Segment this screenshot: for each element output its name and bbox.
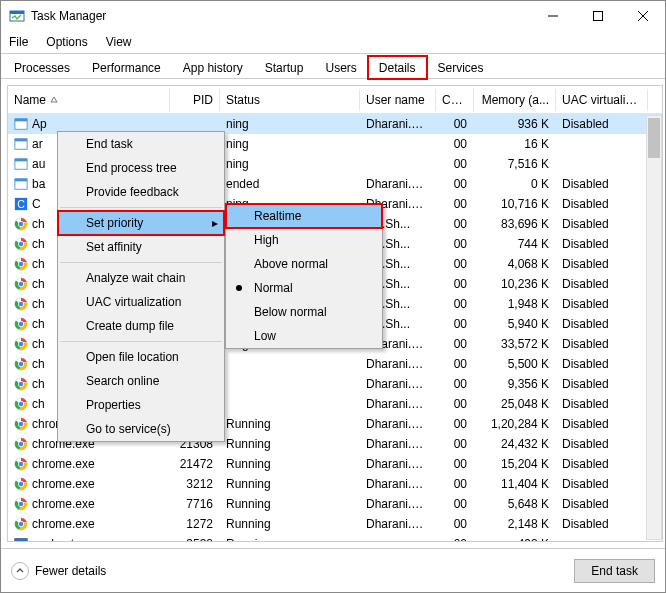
process-uac: Disabled xyxy=(556,333,648,355)
process-icon xyxy=(14,277,28,291)
menu-file[interactable]: File xyxy=(7,33,30,51)
process-user: Dharani.Sh... xyxy=(360,353,436,375)
process-name: conhost.exe xyxy=(32,537,97,541)
process-icon xyxy=(14,297,28,311)
process-cpu: 00 xyxy=(436,313,474,335)
process-status: Running xyxy=(220,413,360,435)
process-user: Dharani.Sh... xyxy=(360,413,436,435)
process-user: Dharani.Sh... xyxy=(360,114,436,135)
priority-below-normal[interactable]: Below normal xyxy=(226,300,382,324)
process-name: au xyxy=(32,157,45,171)
close-button[interactable] xyxy=(620,2,665,31)
process-memory: 83,696 K xyxy=(474,213,556,235)
tab-details[interactable]: Details xyxy=(368,56,427,79)
col-cpu[interactable]: CPU xyxy=(436,89,474,111)
minimize-button[interactable] xyxy=(530,2,575,31)
priority-above-normal[interactable]: Above normal xyxy=(226,252,382,276)
process-icon xyxy=(14,337,28,351)
tab-performance[interactable]: Performance xyxy=(81,56,172,79)
table-row[interactable]: conhost.exe3532Running00492 K xyxy=(8,534,662,541)
process-name: chrome.exe xyxy=(32,477,95,491)
process-icon xyxy=(14,377,28,391)
ctx-set-affinity[interactable]: Set affinity xyxy=(58,235,224,259)
ctx-dump[interactable]: Create dump file xyxy=(58,314,224,338)
svg-point-33 xyxy=(19,322,23,326)
end-task-button[interactable]: End task xyxy=(574,559,655,583)
ctx-set-priority[interactable]: Set priority ▸ xyxy=(58,211,224,235)
process-icon xyxy=(14,537,28,541)
process-memory: 10,716 K xyxy=(474,193,556,215)
process-cpu: 00 xyxy=(436,114,474,135)
svg-point-60 xyxy=(19,502,23,506)
process-memory: 5,940 K xyxy=(474,313,556,335)
ctx-analyze[interactable]: Analyze wait chain xyxy=(58,266,224,290)
tab-processes[interactable]: Processes xyxy=(3,56,81,79)
process-user: Dharani.Sh... xyxy=(360,493,436,515)
priority-high[interactable]: High xyxy=(226,228,382,252)
process-user xyxy=(360,160,436,168)
process-user: Dharani.Sh... xyxy=(360,513,436,535)
priority-low[interactable]: Low xyxy=(226,324,382,348)
checked-bullet-icon xyxy=(236,285,242,291)
tab-app-history[interactable]: App history xyxy=(172,56,254,79)
col-memory[interactable]: Memory (a... xyxy=(474,89,556,111)
chevron-up-icon xyxy=(11,562,29,580)
context-menu: End task End process tree Provide feedba… xyxy=(57,131,225,442)
process-cpu: 00 xyxy=(436,413,474,435)
tab-users[interactable]: Users xyxy=(314,56,367,79)
process-cpu: 00 xyxy=(436,173,474,195)
col-user[interactable]: User name xyxy=(360,89,436,111)
col-pid[interactable]: PID xyxy=(170,89,220,111)
vertical-scrollbar[interactable] xyxy=(646,115,662,540)
process-name: Ap xyxy=(32,117,47,131)
process-cpu: 00 xyxy=(436,453,474,475)
process-cpu: 00 xyxy=(436,473,474,495)
col-uac[interactable]: UAC virtualizat... xyxy=(556,89,648,111)
scroll-thumb[interactable] xyxy=(648,118,660,158)
maximize-button[interactable] xyxy=(575,2,620,31)
tab-startup[interactable]: Startup xyxy=(254,56,315,79)
process-name: ch xyxy=(32,297,45,311)
svg-point-39 xyxy=(19,362,23,366)
ctx-end-tree[interactable]: End process tree xyxy=(58,156,224,180)
menu-options[interactable]: Options xyxy=(44,33,89,51)
ctx-search-online[interactable]: Search online xyxy=(58,369,224,393)
ctx-feedback[interactable]: Provide feedback xyxy=(58,180,224,204)
fewer-details-button[interactable]: Fewer details xyxy=(11,562,574,580)
process-memory: 1,948 K xyxy=(474,293,556,315)
col-name[interactable]: Name xyxy=(8,89,170,111)
process-uac: Disabled xyxy=(556,253,648,275)
process-status: ended xyxy=(220,173,360,195)
process-uac xyxy=(556,160,648,168)
process-pid xyxy=(170,120,220,128)
ctx-open-location[interactable]: Open file location xyxy=(58,345,224,369)
ctx-uac[interactable]: UAC virtualization xyxy=(58,290,224,314)
ctx-properties[interactable]: Properties xyxy=(58,393,224,417)
table-row[interactable]: chrome.exe1272RunningDharani.Sh...002,14… xyxy=(8,514,662,534)
process-name: ch xyxy=(32,397,45,411)
col-status[interactable]: Status xyxy=(220,89,360,111)
process-cpu: 00 xyxy=(436,493,474,515)
ctx-goto-services[interactable]: Go to service(s) xyxy=(58,417,224,441)
menu-view[interactable]: View xyxy=(104,33,134,51)
process-memory: 1,20,284 K xyxy=(474,413,556,435)
task-manager-window: Task Manager File Options View Processes… xyxy=(0,0,666,593)
process-icon xyxy=(14,237,28,251)
svg-text:C: C xyxy=(17,198,25,210)
window-title: Task Manager xyxy=(31,9,530,23)
process-memory: 33,572 K xyxy=(474,333,556,355)
priority-normal[interactable]: Normal xyxy=(226,276,382,300)
submenu-arrow-icon: ▸ xyxy=(212,216,218,230)
process-cpu: 00 xyxy=(436,333,474,355)
table-row[interactable]: chrome.exe21472RunningDharani.Sh...0015,… xyxy=(8,454,662,474)
process-memory: 9,356 K xyxy=(474,373,556,395)
ctx-end-task[interactable]: End task xyxy=(58,132,224,156)
tab-services[interactable]: Services xyxy=(427,56,495,79)
process-name: chrome.exe xyxy=(32,517,95,531)
priority-realtime[interactable]: Realtime xyxy=(226,204,382,228)
process-name: C xyxy=(32,197,41,211)
svg-rect-1 xyxy=(10,11,24,14)
table-row[interactable]: chrome.exe7716RunningDharani.Sh...005,64… xyxy=(8,494,662,514)
table-row[interactable]: chrome.exe3212RunningDharani.Sh...0011,4… xyxy=(8,474,662,494)
process-name: ch xyxy=(32,237,45,251)
